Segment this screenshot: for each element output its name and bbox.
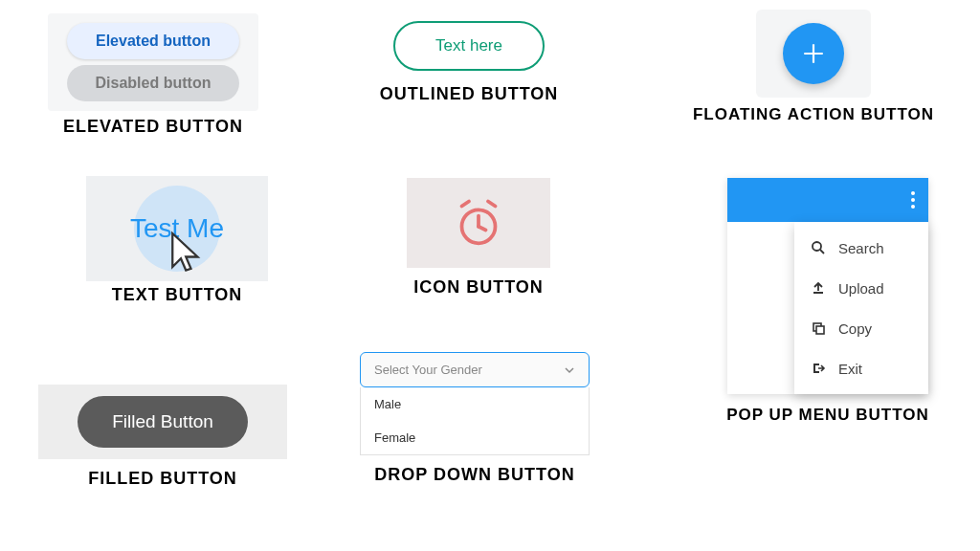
- popup-item-label: Search: [838, 240, 884, 256]
- upload-icon: [810, 279, 827, 297]
- text-button-background: Test Me: [86, 176, 268, 281]
- icon-button-caption: ICON BUTTON: [383, 277, 574, 298]
- outlined-button[interactable]: Text here: [393, 21, 545, 71]
- dropdown-option[interactable]: Female: [361, 421, 589, 454]
- dropdown-list: Male Female: [360, 387, 590, 455]
- chevron-down-icon: [564, 364, 575, 376]
- dropdown-option[interactable]: Male: [361, 387, 589, 421]
- fab-demo: FLOATING ACTION BUTTON: [689, 10, 938, 124]
- copy-icon: [810, 320, 827, 337]
- svg-line-2: [479, 227, 486, 231]
- popup-item-label: Upload: [838, 280, 884, 297]
- popup-menu-demo: Search Upload Copy Exit POP UP: [708, 178, 947, 425]
- more-vert-icon[interactable]: [911, 191, 915, 209]
- elevated-button[interactable]: Elevated button: [67, 23, 239, 59]
- filled-button-demo: Filled Button FILLED BUTTON: [38, 385, 287, 489]
- fab-button[interactable]: [783, 23, 844, 84]
- filled-background: Filled Button: [38, 385, 287, 459]
- popup-app-bar: [727, 178, 928, 222]
- outlined-caption: OUTLINED BUTTON: [354, 84, 584, 104]
- plus-icon: [801, 41, 826, 66]
- elevated-disabled-button: Disabled button: [67, 65, 239, 101]
- filled-button[interactable]: Filled Button: [78, 396, 248, 448]
- elevated-button-demo: Elevated button Disabled button ELEVATED…: [48, 13, 258, 137]
- popup-caption: POP UP MENU BUTTON: [708, 406, 947, 425]
- icon-button-background: [407, 178, 550, 268]
- icon-button-demo: ICON BUTTON: [383, 178, 574, 298]
- dropdown-select[interactable]: Select Your Gender: [360, 352, 590, 387]
- popup-item-search[interactable]: Search: [794, 228, 928, 268]
- elevated-caption: ELEVATED BUTTON: [48, 117, 258, 137]
- exit-icon: [810, 360, 827, 377]
- popup-item-label: Exit: [838, 361, 862, 377]
- alarm-clock-icon[interactable]: [450, 194, 507, 252]
- popup-item-exit[interactable]: Exit: [794, 348, 928, 388]
- popup-panel: Search Upload Copy Exit: [727, 178, 928, 394]
- dropdown-caption: DROP DOWN BUTTON: [360, 465, 590, 485]
- text-button-demo: Test Me TEXT BUTTON: [67, 176, 287, 305]
- fab-background: [756, 10, 871, 98]
- text-button-caption: TEXT BUTTON: [67, 285, 287, 305]
- svg-point-3: [813, 242, 821, 251]
- popup-item-label: Copy: [838, 320, 872, 337]
- fab-caption: FLOATING ACTION BUTTON: [689, 105, 938, 124]
- filled-caption: FILLED BUTTON: [38, 469, 287, 489]
- popup-item-copy[interactable]: Copy: [794, 308, 928, 348]
- dropdown-demo: Select Your Gender Male Female DROP DOWN…: [360, 352, 590, 485]
- svg-rect-6: [816, 326, 824, 334]
- popup-menu: Search Upload Copy Exit: [794, 222, 928, 394]
- popup-item-upload[interactable]: Upload: [794, 268, 928, 308]
- svg-line-4: [820, 250, 824, 253]
- elevated-background: Elevated button Disabled button: [48, 13, 258, 111]
- dropdown-placeholder: Select Your Gender: [374, 363, 482, 377]
- search-icon: [810, 239, 827, 256]
- cursor-icon: [167, 230, 208, 277]
- outlined-button-demo: Text here OUTLINED BUTTON: [354, 21, 584, 104]
